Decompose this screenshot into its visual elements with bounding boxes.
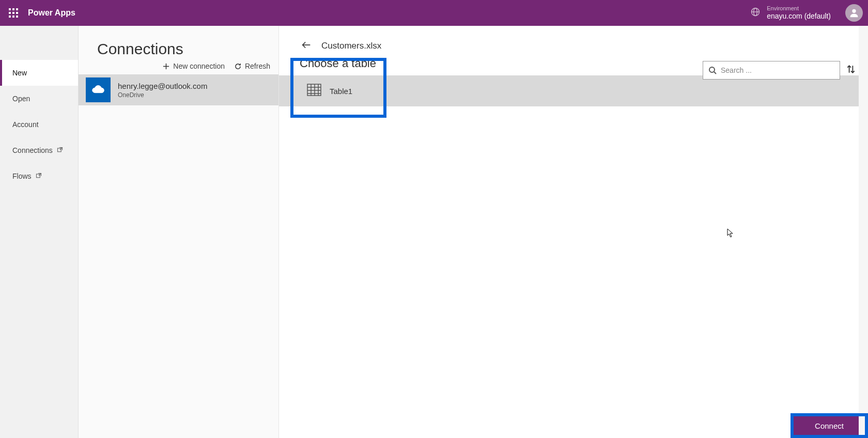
nav-item-account[interactable]: Account (0, 112, 78, 137)
breadcrumb-file: Customers.xlsx (321, 41, 381, 51)
environment-name: enayu.com (default) (767, 11, 831, 21)
table-item[interactable]: Table1 (279, 75, 868, 106)
external-link-icon (36, 172, 42, 180)
new-connection-button[interactable]: New connection (162, 62, 225, 70)
connections-panel: Connections New connection Refresh henry… (79, 26, 279, 438)
nav-label: Connections (12, 146, 53, 154)
sort-icon (846, 65, 856, 74)
connections-title: Connections (79, 40, 278, 58)
nav-item-flows[interactable]: Flows (0, 163, 78, 189)
waffle-icon (9, 8, 18, 18)
nav-item-new[interactable]: New (0, 60, 78, 86)
plus-icon (162, 62, 170, 70)
table-icon (307, 84, 321, 98)
person-icon (848, 7, 860, 19)
right-gutter (859, 26, 868, 438)
nav-label: Account (12, 120, 39, 129)
refresh-button[interactable]: Refresh (234, 62, 270, 70)
table-name: Table1 (330, 87, 352, 96)
search-input[interactable] (721, 66, 834, 74)
nav-label: New (12, 69, 27, 77)
svg-line-10 (714, 72, 716, 74)
environment-label: Environment (767, 5, 831, 11)
refresh-label: Refresh (245, 62, 270, 70)
back-button[interactable] (301, 39, 312, 53)
connection-subtitle: OneDrive (118, 91, 207, 99)
user-avatar[interactable] (845, 4, 863, 22)
connection-title: henry.legge@outlook.com (118, 82, 207, 90)
left-nav: New Open Account Connections Flows (0, 26, 79, 438)
top-bar: Power Apps Environment enayu.com (defaul… (0, 0, 868, 26)
connect-label: Connect (815, 421, 844, 430)
svg-point-3 (852, 9, 856, 13)
refresh-icon (234, 62, 242, 70)
mouse-cursor-icon (727, 228, 734, 240)
environment-icon (750, 7, 761, 19)
app-launcher-button[interactable] (5, 5, 22, 21)
external-link-icon (57, 146, 63, 154)
search-box[interactable] (703, 61, 840, 80)
svg-point-9 (709, 67, 715, 72)
nav-item-connections[interactable]: Connections (0, 137, 78, 163)
search-icon (708, 66, 717, 74)
environment-picker[interactable]: Environment enayu.com (default) (750, 5, 831, 21)
connection-item[interactable]: henry.legge@outlook.com OneDrive (79, 74, 278, 105)
arrow-left-icon (301, 39, 312, 51)
nav-item-open[interactable]: Open (0, 86, 78, 112)
connect-button[interactable]: Connect (794, 416, 865, 435)
nav-label: Open (12, 95, 30, 103)
sort-button[interactable] (846, 65, 856, 76)
new-connection-label: New connection (173, 62, 225, 70)
nav-label: Flows (12, 172, 32, 180)
brand-title: Power Apps (28, 8, 75, 18)
table-picker-panel: Customers.xlsx Choose a table (279, 26, 868, 438)
onedrive-icon (86, 77, 111, 102)
